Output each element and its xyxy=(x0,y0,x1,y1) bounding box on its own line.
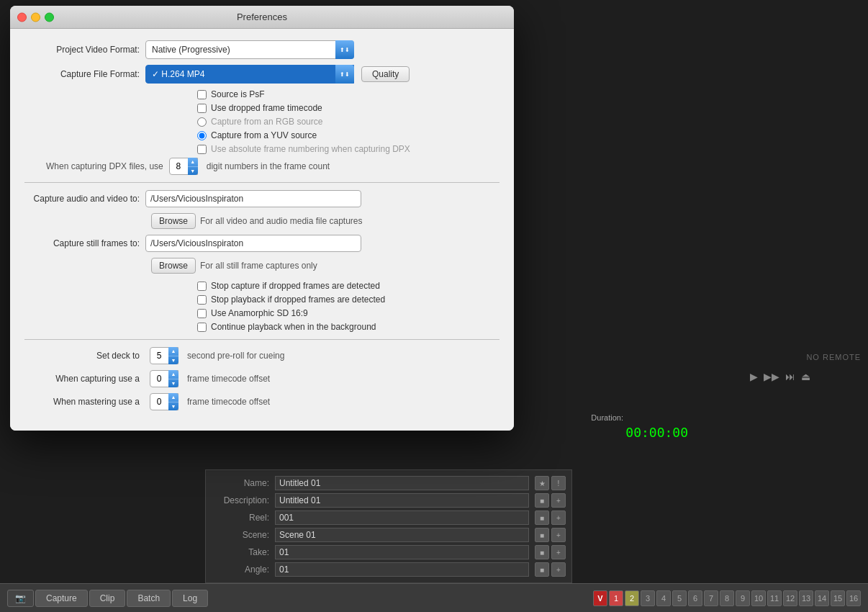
set-deck-row: Set deck to ▲ ▼ second pre-roll for cuei… xyxy=(24,347,499,364)
traffic-lights xyxy=(17,12,54,22)
set-deck-down[interactable]: ▼ xyxy=(168,356,178,365)
capture-still-label: Capture still frames to: xyxy=(24,238,140,248)
capture-file-format-display[interactable]: ✓ H.264 MP4 xyxy=(145,65,354,84)
divider1 xyxy=(24,182,499,183)
capture-file-format-wrapper: ✓ H.264 MP4 xyxy=(145,65,354,84)
source-psf-row: Source is PsF xyxy=(24,89,499,99)
continue-playback-checkbox[interactable] xyxy=(197,323,207,332)
maximize-button[interactable] xyxy=(45,12,54,22)
capture-audio-label: Capture audio and video to: xyxy=(24,194,140,204)
dialog-overlay: Preferences Project Video Format: Native… xyxy=(0,0,868,612)
capture-rgb-label: Capture from an RGB source xyxy=(211,117,322,127)
quality-button[interactable]: Quality xyxy=(361,66,410,82)
capture-audio-input[interactable] xyxy=(145,190,361,207)
set-deck-suffix: second pre-roll for cueing xyxy=(187,351,284,361)
dpx-row: When capturing DPX files, use ▲ ▼ digit … xyxy=(24,158,499,175)
mastering-tc-arrows: ▲ ▼ xyxy=(168,393,178,410)
capture-still-row: Capture still frames to: xyxy=(24,235,499,252)
mastering-tc-label: When mastering use a xyxy=(24,397,140,407)
stop-playback-checkbox[interactable] xyxy=(197,295,207,305)
capture-rgb-radio[interactable] xyxy=(197,117,207,127)
project-video-format-select[interactable]: Native (Progressive) xyxy=(145,40,354,59)
set-deck-spinner: ▲ ▼ xyxy=(150,347,178,364)
browse-button-1[interactable]: Browse xyxy=(151,213,196,229)
use-dropped-row: Use dropped frame timecode xyxy=(24,103,499,113)
dialog-titlebar: Preferences xyxy=(10,6,514,29)
preferences-dialog: Preferences Project Video Format: Native… xyxy=(10,6,514,431)
project-video-format-select-wrapper: Native (Progressive) xyxy=(145,40,354,59)
use-dropped-checkbox[interactable] xyxy=(197,104,207,113)
capture-still-browse-row: Browse For all still frame captures only xyxy=(24,258,499,274)
capture-audio-browse-row: Browse For all video and audio media fil… xyxy=(24,213,499,229)
anamorphic-checkbox[interactable] xyxy=(197,309,207,318)
browse-button-2[interactable]: Browse xyxy=(151,258,196,274)
use-absolute-checkbox[interactable] xyxy=(197,145,207,154)
capture-yuv-label: Capture from a YUV source xyxy=(211,130,317,140)
project-video-format-row: Project Video Format: Native (Progressiv… xyxy=(24,40,499,59)
capturing-tc-suffix: frame timecode offset xyxy=(187,374,270,384)
divider2 xyxy=(24,339,499,340)
for-all-video-label: For all video and audio media file captu… xyxy=(200,216,362,226)
capturing-tc-label: When capturing use a xyxy=(24,374,140,384)
check-icon: ✓ xyxy=(152,69,159,79)
dpx-up[interactable]: ▲ xyxy=(188,158,198,167)
capture-still-input[interactable] xyxy=(145,235,361,252)
source-psf-label: Source is PsF xyxy=(211,89,265,99)
use-absolute-label: Use absolute frame numbering when captur… xyxy=(211,144,410,154)
mastering-tc-down[interactable]: ▼ xyxy=(168,402,178,411)
set-deck-arrows: ▲ ▼ xyxy=(168,347,178,364)
capture-yuv-radio[interactable] xyxy=(197,131,207,140)
use-dropped-label: Use dropped frame timecode xyxy=(211,103,322,113)
close-button[interactable] xyxy=(17,12,27,22)
stop-capture-row: Stop capture if dropped frames are detec… xyxy=(24,281,499,291)
use-absolute-row: Use absolute frame numbering when captur… xyxy=(24,144,499,154)
mastering-tc-suffix: frame timecode offset xyxy=(187,397,270,407)
dialog-content: Project Video Format: Native (Progressiv… xyxy=(10,29,514,431)
set-deck-up[interactable]: ▲ xyxy=(168,347,178,356)
capturing-tc-down[interactable]: ▼ xyxy=(168,379,178,388)
capture-rgb-row: Capture from an RGB source xyxy=(24,117,499,127)
mastering-tc-row: When mastering use a ▲ ▼ frame timecode … xyxy=(24,393,499,410)
project-video-format-label: Project Video Format: xyxy=(24,45,140,55)
anamorphic-row: Use Anamorphic SD 16:9 xyxy=(24,308,499,318)
for-all-still-label: For all still frame captures only xyxy=(200,261,317,271)
mastering-tc-spinner: ▲ ▼ xyxy=(150,393,178,410)
minimize-button[interactable] xyxy=(31,12,40,22)
dpx-spinner: ▲ ▼ xyxy=(169,158,198,175)
continue-playback-row: Continue playback when in the background xyxy=(24,322,499,332)
options-checkboxes: Stop capture if dropped frames are detec… xyxy=(24,281,499,332)
capturing-tc-arrows: ▲ ▼ xyxy=(168,370,178,387)
capturing-tc-row: When capturing use a ▲ ▼ frame timecode … xyxy=(24,370,499,387)
dpx-arrows: ▲ ▼ xyxy=(188,158,198,175)
set-deck-label: Set deck to xyxy=(24,351,140,361)
dpx-down[interactable]: ▼ xyxy=(188,167,198,176)
stop-capture-label: Stop capture if dropped frames are detec… xyxy=(211,281,380,291)
dialog-title: Preferences xyxy=(237,12,287,22)
capture-audio-row: Capture audio and video to: xyxy=(24,190,499,207)
source-psf-checkbox[interactable] xyxy=(197,90,207,99)
stop-playback-label: Stop playback if dropped frames are dete… xyxy=(211,294,385,305)
stop-capture-checkbox[interactable] xyxy=(197,282,207,291)
stop-playback-row: Stop playback if dropped frames are dete… xyxy=(24,294,499,305)
capturing-tc-up[interactable]: ▲ xyxy=(168,370,178,379)
continue-playback-label: Continue playback when in the background xyxy=(211,322,376,332)
capture-file-format-value: H.264 MP4 xyxy=(161,69,204,79)
capture-file-format-label: Capture File Format: xyxy=(24,69,140,79)
capture-yuv-row: Capture from a YUV source xyxy=(24,130,499,140)
mastering-tc-up[interactable]: ▲ xyxy=(168,393,178,402)
dpx-suffix-label: digit numbers in the frame count xyxy=(207,161,330,171)
capture-file-format-row: Capture File Format: ✓ H.264 MP4 Quality xyxy=(24,65,499,84)
dpx-prefix-label: When capturing DPX files, use xyxy=(46,161,163,171)
capturing-tc-spinner: ▲ ▼ xyxy=(150,370,178,387)
anamorphic-label: Use Anamorphic SD 16:9 xyxy=(211,308,308,318)
